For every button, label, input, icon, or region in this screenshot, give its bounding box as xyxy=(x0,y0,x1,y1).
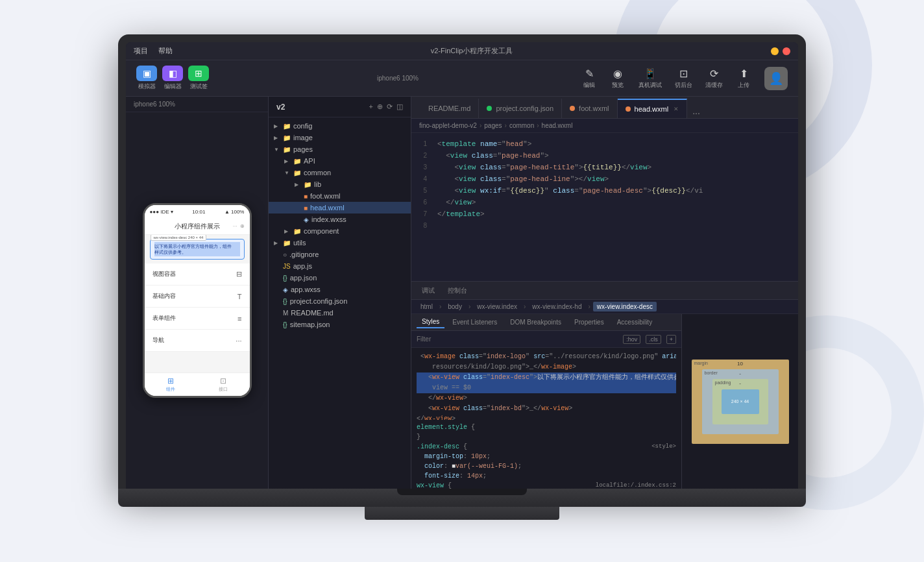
editor-button[interactable]: ◧ 编辑器 xyxy=(162,66,183,91)
devtools-tab-debug[interactable]: 调试 xyxy=(417,284,440,298)
head-wxml-tab-close[interactable]: ✕ xyxy=(674,106,679,112)
tab-component-label: 组件 xyxy=(166,386,175,393)
simulator-button[interactable]: ▣ 模拟器 xyxy=(136,66,157,91)
styles-tab[interactable]: Styles xyxy=(417,316,444,328)
menu-item-form-icon: ≡ xyxy=(237,315,241,323)
tree-sitemap[interactable]: ▶ {} sitemap.json xyxy=(269,319,411,330)
toolbar: ▣ 模拟器 ◧ 编辑器 ⊞ 测试签 iphone6 100% xyxy=(126,60,798,97)
code-line-2: <view class="page-head"> xyxy=(432,150,798,162)
tree-lib[interactable]: ▶ 📁 lib xyxy=(269,178,411,190)
crumb-index-desc[interactable]: wx-view.index-desc xyxy=(593,302,657,312)
crumb-body[interactable]: body xyxy=(444,302,466,312)
index-wxss-label: index.wxss xyxy=(311,215,346,223)
hover-filter[interactable]: :hov xyxy=(623,335,640,344)
debug-icon: 📱 xyxy=(642,67,658,80)
style-rule-element-close: } xyxy=(417,432,676,442)
add-style[interactable]: + xyxy=(666,335,676,344)
simulator-panel: iphone6 100% ●●● IDE ▾ 10:01 ▲ 100% 小程序组… xyxy=(126,97,269,489)
upload-action[interactable]: ⬆ 上传 xyxy=(736,67,751,90)
window-controls xyxy=(771,47,790,55)
tree-app-json[interactable]: ▶ {} app.json xyxy=(269,272,411,284)
tree-pages[interactable]: ▼ 📁 pages xyxy=(269,143,411,155)
tree-project-config[interactable]: ▶ {} project.config.json xyxy=(269,295,411,307)
new-folder-icon[interactable]: ⊕ xyxy=(377,103,383,111)
menu-help[interactable]: 帮助 xyxy=(158,46,173,56)
simulator-icon: ▣ xyxy=(136,66,157,81)
tree-component[interactable]: ▶ 📁 component xyxy=(269,225,411,237)
new-file-icon[interactable]: + xyxy=(369,103,373,111)
edit-icon: ✎ xyxy=(581,67,597,80)
style-rule-wx-view: wx-view { localfile:/.index.css:2 xyxy=(417,481,676,489)
pages-label: pages xyxy=(293,145,313,153)
breadcrumb-1[interactable]: pages xyxy=(484,122,502,129)
menu-item-nav[interactable]: 导航 ··· xyxy=(145,330,250,352)
lib-folder-icon: 📁 xyxy=(304,181,311,188)
menu-project[interactable]: 项目 xyxy=(134,46,148,56)
tree-index-wxss[interactable]: ▶ ◈ index.wxss xyxy=(269,214,411,225)
image-label: image xyxy=(293,134,313,141)
sitemap-icon: {} xyxy=(283,321,287,328)
config-folder-icon: 📁 xyxy=(283,123,291,130)
code-content[interactable]: <template name="head"> <view class="page… xyxy=(432,133,798,281)
tab-more[interactable]: ··· xyxy=(687,108,705,118)
collapse-icon[interactable]: ◫ xyxy=(396,103,403,111)
preview-action[interactable]: ◉ 预览 xyxy=(610,67,626,90)
tree-foot-wxml[interactable]: ▶ ■ foot.wxml xyxy=(269,190,411,202)
menu-item-basic[interactable]: 基础内容 T xyxy=(145,286,250,308)
devtools-filter: :hov .cls + xyxy=(411,331,681,348)
filter-input[interactable] xyxy=(417,336,618,343)
tab-api-label: 接口 xyxy=(219,386,228,393)
breadcrumb-3[interactable]: head.wxml xyxy=(542,122,573,129)
preview-icon: ◉ xyxy=(610,67,626,80)
dom-breakpoints-tab[interactable]: DOM Breakpoints xyxy=(505,317,566,328)
refresh-icon[interactable]: ⟳ xyxy=(387,103,393,111)
tree-readme[interactable]: ▶ M README.md xyxy=(269,307,411,319)
status-right: ▲ 100% xyxy=(225,209,245,215)
tree-app-js[interactable]: ▶ JS app.js xyxy=(269,260,411,272)
devtools-tab-console[interactable]: 控制台 xyxy=(443,284,472,298)
tree-common[interactable]: ▼ 📁 common xyxy=(269,167,411,178)
highlighted-text: 以下将展示小程序官方组件能力，组件样式仅供参考。 xyxy=(154,242,240,256)
accessibility-tab[interactable]: Accessibility xyxy=(612,317,657,328)
breadcrumb-2[interactable]: common xyxy=(509,122,534,129)
laptop-screen: 项目 帮助 v2-FinClip小程序开发工具 ▣ 模拟器 xyxy=(118,34,806,489)
component-folder-icon: 📁 xyxy=(293,228,301,235)
tab-readme-label: README.md xyxy=(428,104,470,112)
menu-item-form[interactable]: 表单组件 ≡ xyxy=(145,308,250,330)
clear-action[interactable]: ⟳ 清缓存 xyxy=(705,67,723,90)
menu-item-view[interactable]: 视图容器 ⊟ xyxy=(145,263,250,286)
dom-line-7: </wx-view> xyxy=(417,414,676,420)
edit-action[interactable]: ✎ 编辑 xyxy=(581,67,597,90)
tab-foot-wxml[interactable]: foot.wxml xyxy=(562,99,617,118)
status-left: ●●● IDE ▾ xyxy=(150,209,173,215)
test-button[interactable]: ⊞ 测试签 xyxy=(188,66,209,91)
app-json-label: app.json xyxy=(290,274,317,282)
background-action[interactable]: ⊡ 切后台 xyxy=(675,67,692,90)
tree-utils[interactable]: ▶ 📁 utils xyxy=(269,237,411,249)
minimize-button[interactable] xyxy=(771,47,779,55)
crumb-index-hd[interactable]: wx-view.index-hd xyxy=(528,302,585,312)
tab-api[interactable]: ⊡ 接口 xyxy=(197,373,250,396)
debug-action[interactable]: 📱 真机调试 xyxy=(638,67,662,90)
tab-head-wxml[interactable]: head.wxml ✕ xyxy=(618,99,688,118)
tree-app-wxss[interactable]: ▶ ◈ app.wxss xyxy=(269,284,411,295)
tab-component[interactable]: ⊞ 组件 xyxy=(145,373,197,396)
app-js-label: app.js xyxy=(293,262,312,270)
crumb-html[interactable]: html xyxy=(417,302,437,312)
cls-filter[interactable]: .cls xyxy=(646,335,661,344)
tree-config[interactable]: ▶ 📁 config xyxy=(269,120,411,132)
tree-api[interactable]: ▶ 📁 API xyxy=(269,155,411,167)
user-avatar[interactable]: 👤 xyxy=(764,67,788,90)
app-wxss-icon: ◈ xyxy=(283,286,288,293)
crumb-index[interactable]: wx-view.index xyxy=(473,302,521,312)
properties-tab[interactable]: Properties xyxy=(569,317,609,328)
close-button[interactable] xyxy=(783,47,790,55)
event-listeners-tab[interactable]: Event Listeners xyxy=(447,317,502,328)
tree-head-wxml[interactable]: ▶ ■ head.wxml xyxy=(269,202,411,214)
tree-gitignore[interactable]: ▶ ○ .gitignore xyxy=(269,249,411,260)
tree-image[interactable]: ▶ 📁 image xyxy=(269,132,411,143)
tab-readme[interactable]: README.md xyxy=(411,99,479,118)
api-label: API xyxy=(304,157,315,165)
breadcrumb-0[interactable]: fino-applet-demo-v2 xyxy=(419,122,477,129)
tab-project-config[interactable]: project.config.json xyxy=(479,99,562,118)
